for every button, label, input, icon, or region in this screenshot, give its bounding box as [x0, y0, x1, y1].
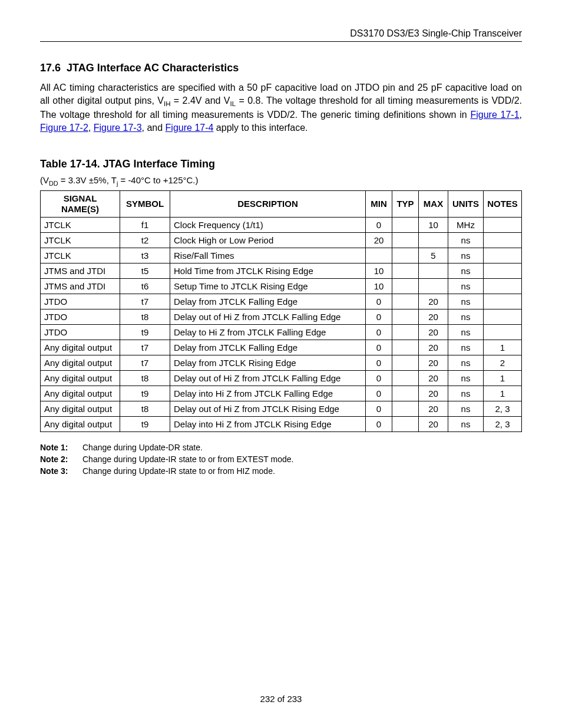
cell: Any digital output: [41, 401, 120, 416]
intro-paragraph: All AC timing characteristics are specif…: [40, 81, 522, 134]
cell: [392, 416, 419, 431]
cell: [366, 248, 392, 263]
cell: Setup Time to JTCLK Rising Edge: [170, 278, 366, 294]
cell: [484, 263, 522, 278]
cell: 1: [484, 386, 522, 401]
th-typ: TYP: [392, 190, 419, 217]
cell: JTMS and JTDI: [41, 263, 120, 278]
cell: [484, 278, 522, 294]
note-text: Change during Update-IR state to or from…: [82, 466, 275, 476]
cell: [392, 232, 419, 248]
table-row: JTDOt8Delay out of Hi Z from JTCLK Falli…: [41, 309, 522, 324]
cell: JTCLK: [41, 232, 120, 248]
cell: t7: [120, 355, 170, 370]
cell: Any digital output: [41, 386, 120, 401]
cell: [392, 386, 419, 401]
table-conditions: (VDD = 3.3V ±5%, Tj = -40°C to +125°C.): [40, 175, 522, 187]
table-row: Any digital outputt9Delay into Hi Z from…: [41, 416, 522, 431]
cell: 2: [484, 355, 522, 370]
cell: 0: [366, 217, 392, 232]
cell: JTDO: [41, 309, 120, 324]
cell: 10: [366, 278, 392, 294]
cell: Any digital output: [41, 340, 120, 355]
section-title: JTAG Interface AC Characteristics: [67, 62, 239, 74]
cell: t7: [120, 294, 170, 309]
cell: Any digital output: [41, 355, 120, 370]
cell: ns: [448, 416, 484, 431]
th-notes: NOTES: [484, 190, 522, 217]
cell: 0: [366, 386, 392, 401]
cell: 1: [484, 370, 522, 386]
cell: [484, 309, 522, 324]
cell: t8: [120, 401, 170, 416]
cell: ns: [448, 340, 484, 355]
note-text: Change during Update-DR state.: [82, 443, 203, 452]
cell: Any digital output: [41, 370, 120, 386]
cell: ns: [448, 309, 484, 324]
th-signal: SIGNAL NAME(S): [41, 190, 120, 217]
cell: 10: [366, 263, 392, 278]
cell: [484, 324, 522, 340]
page-footer: 232 of 233: [40, 694, 522, 704]
cell: t6: [120, 278, 170, 294]
link-figure-17-2[interactable]: Figure 17-2: [40, 123, 88, 133]
cell: JTMS and JTDI: [41, 278, 120, 294]
section-heading: 17.6 JTAG Interface AC Characteristics: [40, 62, 522, 74]
table-row: Any digital outputt8Delay out of Hi Z fr…: [41, 401, 522, 416]
cell: [419, 263, 448, 278]
cell: 20: [419, 309, 448, 324]
cell: ns: [448, 386, 484, 401]
link-figure-17-4[interactable]: Figure 17-4: [166, 123, 214, 133]
table-row: Any digital outputt9Delay into Hi Z from…: [41, 386, 522, 401]
cell: [484, 217, 522, 232]
note-label: Note 3:: [40, 466, 82, 476]
timing-table: SIGNAL NAME(S) SYMBOL DESCRIPTION MIN TY…: [40, 190, 522, 432]
cell: t7: [120, 340, 170, 355]
table-header-row: SIGNAL NAME(S) SYMBOL DESCRIPTION MIN TY…: [41, 190, 522, 217]
cell: Delay into Hi Z from JTCLK Rising Edge: [170, 416, 366, 431]
cell: 0: [366, 416, 392, 431]
cell: Any digital output: [41, 416, 120, 431]
cell: Delay out of Hi Z from JTCLK Rising Edge: [170, 401, 366, 416]
note-label: Note 1:: [40, 443, 82, 452]
cell: Rise/Fall Times: [170, 248, 366, 263]
note-row: Note 3:Change during Update-IR state to …: [40, 466, 522, 476]
link-figure-17-3[interactable]: Figure 17-3: [94, 123, 142, 133]
link-figure-17-1[interactable]: Figure 17-1: [470, 110, 519, 120]
cell: 0: [366, 324, 392, 340]
cell: [392, 294, 419, 309]
cell: 20: [419, 340, 448, 355]
cell: Delay out of Hi Z from JTCLK Falling Edg…: [170, 309, 366, 324]
cell: [392, 355, 419, 370]
table-row: JTMS and JTDIt5Hold Time from JTCLK Risi…: [41, 263, 522, 278]
page-header: DS3170 DS3/E3 Single-Chip Transceiver: [40, 28, 522, 42]
cell: f1: [120, 217, 170, 232]
cell: 5: [419, 248, 448, 263]
cell: JTCLK: [41, 248, 120, 263]
th-symbol: SYMBOL: [120, 190, 170, 217]
cell: ns: [448, 324, 484, 340]
cell: [392, 401, 419, 416]
cell: 20: [419, 355, 448, 370]
cell: JTDO: [41, 294, 120, 309]
cell: [392, 324, 419, 340]
cell: 0: [366, 309, 392, 324]
cell: Delay to Hi Z from JTCLK Falling Edge: [170, 324, 366, 340]
cell: [392, 340, 419, 355]
cell: t8: [120, 370, 170, 386]
table-row: JTCLKt2Clock High or Low Period20ns: [41, 232, 522, 248]
table-row: JTDOt7Delay from JTCLK Falling Edge020ns: [41, 294, 522, 309]
table-row: Any digital outputt8Delay out of Hi Z fr…: [41, 370, 522, 386]
cell: Delay from JTCLK Falling Edge: [170, 294, 366, 309]
cell: JTDO: [41, 324, 120, 340]
cell: Delay into Hi Z from JTCLK Falling Edge: [170, 386, 366, 401]
cell: [392, 370, 419, 386]
cell: t9: [120, 386, 170, 401]
th-units: UNITS: [448, 190, 484, 217]
cell: ns: [448, 278, 484, 294]
note-text: Change during Update-IR state to or from…: [82, 454, 293, 464]
cell: Clock High or Low Period: [170, 232, 366, 248]
cell: ns: [448, 370, 484, 386]
table-row: JTCLKf1Clock Frequency (1/t1)010MHz: [41, 217, 522, 232]
cell: 0: [366, 370, 392, 386]
